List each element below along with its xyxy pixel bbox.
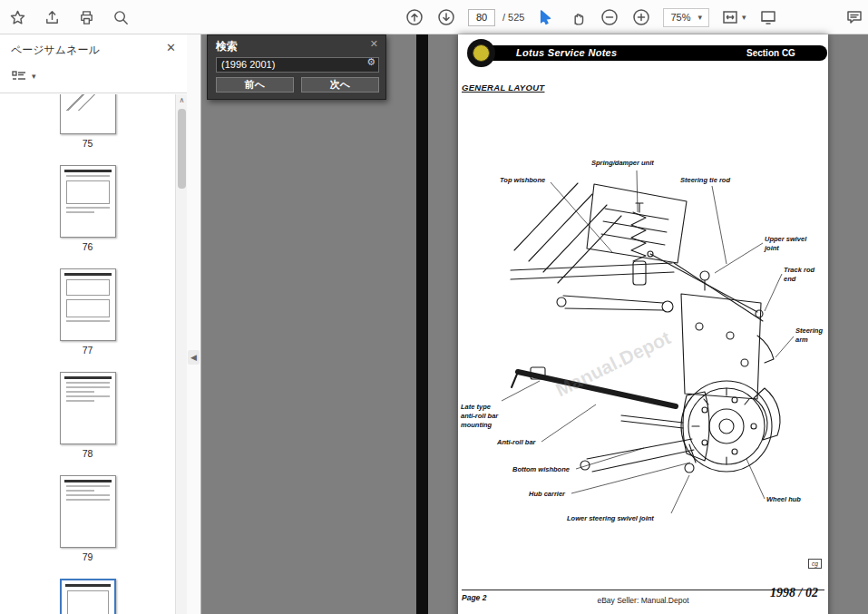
collapse-sidebar-icon[interactable]: ◀ <box>188 350 200 365</box>
zoom-in-icon[interactable] <box>631 7 651 27</box>
thumbnail-item[interactable]: 79 <box>60 475 116 562</box>
toolbar-center-group: / 525 75% ▾ ▾ <box>405 0 778 34</box>
page-heading: GENERAL LAYOUT <box>462 83 544 93</box>
diagram-label-wheel-hub: Wheel hub <box>766 495 801 504</box>
thumbnail-page-number: 79 <box>83 551 93 562</box>
diagram-label-bottom-wishbone: Bottom wishbone <box>512 465 570 474</box>
sidebar-splitter[interactable]: ◀ <box>187 34 201 614</box>
diagram-label-hub-carrier: Hub carrier <box>529 490 565 499</box>
hand-pan-icon[interactable] <box>568 7 588 27</box>
thumbnail-item[interactable]: 75 <box>60 94 116 149</box>
search-field-wrap: ⚙ <box>216 55 379 71</box>
pdf-page: Lotus Service Notes Section CG GENERAL L… <box>458 34 828 614</box>
diagram-label-track-rod-end: Track rod end <box>784 266 814 284</box>
chevron-down-icon: ▾ <box>742 13 746 22</box>
page-header-brand: Lotus Service Notes <box>516 47 617 58</box>
sidebar-scrollbar[interactable]: ∧ <box>175 94 187 614</box>
suspension-diagram <box>458 34 828 614</box>
search-buttons: 前へ 次へ <box>216 77 379 93</box>
thumbnail-page-number: 78 <box>83 448 93 459</box>
corner-mark: cg <box>808 559 822 569</box>
thumbnail-item[interactable]: 77 <box>60 268 116 356</box>
search-zoom-icon[interactable] <box>111 7 131 27</box>
search-previous-button[interactable]: 前へ <box>216 77 294 93</box>
diagram-label-spring-damper: Spring/damper unit <box>591 159 654 168</box>
thumbnail-preview[interactable] <box>60 165 116 238</box>
footer-date-stamp: 1998 / 02 <box>770 586 818 600</box>
diagram-label-anti-roll-bar: Anti-roll bar <box>497 438 536 447</box>
search-close-icon[interactable]: ✕ <box>370 38 378 50</box>
share-icon[interactable] <box>42 7 62 27</box>
diagram-label-steering-arm: Steering arm <box>795 326 823 345</box>
comments-icon[interactable] <box>844 7 864 27</box>
diagram-label-top-wishbone: Top wishbone <box>500 176 545 185</box>
search-popup-title: 検索 <box>216 39 238 54</box>
page-total-label: / 525 <box>502 12 524 23</box>
thumbnail-page-number: 75 <box>83 138 93 149</box>
chevron-down-icon: ▾ <box>698 13 703 22</box>
page-down-icon[interactable] <box>436 7 456 27</box>
diagram-label-upper-swivel-joint: Upper swivel joint <box>765 235 806 253</box>
thumbnail-item[interactable]: 76 <box>60 165 116 252</box>
scan-edge-bar <box>416 34 428 614</box>
thumbnail-preview[interactable] <box>60 268 116 341</box>
thumbnail-preview[interactable] <box>60 94 116 134</box>
print-icon[interactable] <box>76 7 96 27</box>
lotus-logo <box>467 39 495 67</box>
thumbnail-preview[interactable] <box>60 372 116 444</box>
thumbnail-preview[interactable] <box>60 579 116 614</box>
thumbnail-page-number: 76 <box>83 241 93 252</box>
thumbnail-preview[interactable] <box>60 475 116 548</box>
thumbnail-list: 75 76 77 <box>0 94 175 614</box>
diagram-label-late-type-mounting: Late type anti-roll bar mounting <box>461 403 498 429</box>
diagram-label-lower-steering-swivel: Lower steering swivel joint <box>567 514 654 523</box>
scrollbar-thumb[interactable] <box>178 109 186 189</box>
sidebar-header: ページサムネール ✕ <box>0 34 187 63</box>
sidebar-close-icon[interactable]: ✕ <box>166 41 176 54</box>
thumbnail-item[interactable]: 78 <box>60 372 116 459</box>
search-input[interactable] <box>216 57 379 73</box>
zoom-out-icon[interactable] <box>600 7 619 27</box>
page-up-icon[interactable] <box>405 7 424 27</box>
pdf-viewer-window: / 525 75% ▾ ▾ <box>0 0 868 614</box>
watermark: Manual.Depot <box>552 270 790 401</box>
search-next-button[interactable]: 次へ <box>301 77 379 93</box>
fit-width-dropdown[interactable]: ▾ <box>721 8 746 26</box>
bookmark-star-icon[interactable] <box>7 7 27 27</box>
search-options-gear-icon[interactable]: ⚙ <box>366 56 375 68</box>
toolbar: / 525 75% ▾ ▾ <box>0 0 868 34</box>
thumbnail-options-button[interactable]: ▾ <box>11 69 36 83</box>
diagram-label-steering-tie-rod: Steering tie rod <box>680 176 730 185</box>
thumbnails-sidebar: ページサムネール ✕ ▾ 75 <box>0 34 187 614</box>
toolbar-left-group <box>7 0 131 34</box>
page-number-input[interactable] <box>468 9 495 26</box>
thumbnail-page-number: 77 <box>83 345 93 356</box>
zoom-level-value: 75% <box>670 12 690 23</box>
zoom-level-dropdown[interactable]: 75% ▾ <box>663 8 709 27</box>
sidebar-divider <box>0 93 187 93</box>
toolbar-right-group <box>844 0 864 34</box>
thumbnail-item-current[interactable]: 80 <box>60 579 116 614</box>
sidebar-title: ページサムネール <box>11 43 100 58</box>
chevron-down-icon: ▾ <box>32 72 36 81</box>
document-view-area: 検索 ✕ ⚙ 前へ 次へ Lotus Service Notes Section… <box>201 34 868 614</box>
presentation-mode-icon[interactable] <box>758 7 778 27</box>
page-header-section: Section CG <box>746 48 795 58</box>
search-popup: 検索 ✕ ⚙ 前へ 次へ <box>207 34 386 100</box>
select-cursor-icon[interactable] <box>536 7 556 27</box>
